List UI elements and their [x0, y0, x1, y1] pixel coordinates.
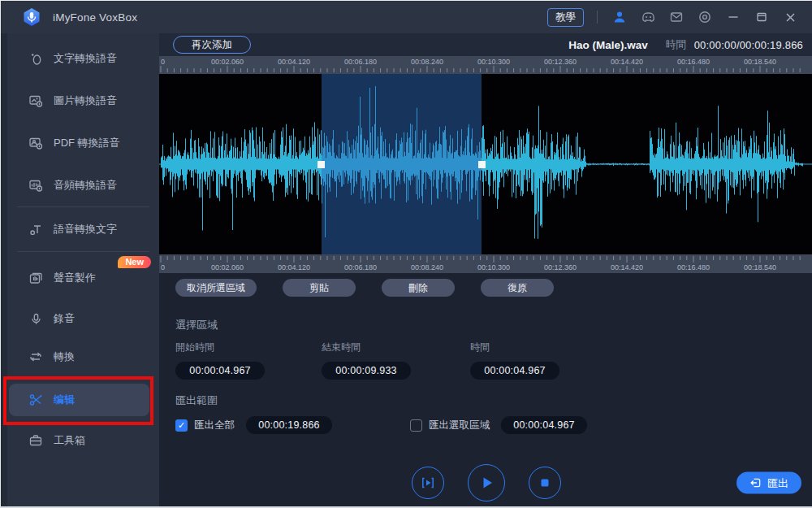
sidebar-divider: [17, 206, 149, 207]
sidebar-item-label: 圖片轉換語音: [54, 93, 117, 108]
stop-button[interactable]: [529, 467, 561, 499]
sidebar-divider: [17, 251, 149, 252]
svg-text:00:08.240: 00:08.240: [411, 58, 443, 66]
sidebar-item-label: 音頻轉換語音: [54, 178, 117, 193]
account-icon[interactable]: [609, 7, 630, 28]
svg-text:00:10.300: 00:10.300: [477, 263, 510, 271]
svg-text:00:06.180: 00:06.180: [344, 263, 377, 271]
minimize-button[interactable]: [723, 7, 744, 28]
sidebar-item-label: 聲音製作: [54, 271, 96, 285]
voxbox-window: iMyFone VoxBox 教學: [0, 0, 812, 508]
export-all-label: 匯出全部: [194, 419, 235, 432]
export-selection-duration: 00:00:04.967: [501, 416, 587, 434]
sidebar-item-record[interactable]: 錄音: [7, 302, 159, 335]
selection-section-title: 選擇區域: [175, 318, 812, 332]
titlebar: iMyFone VoxBox 教學: [1, 1, 812, 33]
undo-button[interactable]: 復原: [481, 279, 554, 297]
sidebar-item-audio-to-speech[interactable]: 音頻轉換語音: [7, 169, 159, 202]
edit-actions: 取消所選區域 剪貼 刪除 復原: [175, 279, 812, 297]
selection-handle-left[interactable]: [317, 161, 325, 168]
discord-icon[interactable]: [637, 7, 659, 28]
check-icon: ✓: [178, 420, 185, 431]
audio-filename: Hao (Male).wav: [568, 39, 648, 51]
svg-text:00:18.540: 00:18.540: [744, 263, 776, 271]
svg-text:00:04.120: 00:04.120: [278, 263, 310, 271]
start-time-label: 開始時間: [175, 341, 322, 354]
editor-main: 再次添加 Hao (Male).wav 時間 00:00:00/00:00:19…: [159, 33, 812, 506]
add-again-button[interactable]: 再次添加: [173, 36, 251, 54]
image-to-speech-icon: [28, 93, 43, 108]
sidebar-item-label: PDF 轉換語音: [54, 136, 120, 150]
export-all-checkbox[interactable]: ✓: [175, 419, 188, 432]
mail-icon[interactable]: [666, 7, 687, 28]
delete-button[interactable]: 刪除: [382, 279, 455, 297]
tutorial-button[interactable]: 教學: [547, 8, 584, 27]
sidebar-item-label: 語音轉換文字: [54, 222, 117, 237]
svg-text:00:18.540: 00:18.540: [744, 58, 776, 66]
sidebar-item-label: 錄音: [54, 311, 75, 326]
svg-text:00:14.420: 00:14.420: [611, 58, 643, 66]
waveform-area[interactable]: [159, 74, 812, 254]
svg-text:00:16.480: 00:16.480: [677, 263, 710, 271]
sidebar-item-pdf-to-speech[interactable]: PDF 轉換語音: [7, 127, 159, 159]
stop-icon: [538, 475, 552, 490]
selection-region[interactable]: [322, 74, 482, 254]
export-selection-label: 匯出選取區域: [429, 419, 490, 432]
svg-text:00:12.360: 00:12.360: [544, 58, 577, 66]
duration-value[interactable]: 00:00:04.967: [470, 362, 559, 380]
svg-text:0: 0: [161, 263, 165, 271]
toolbox-icon: [28, 433, 43, 448]
app-title: iMyFone VoxBox: [53, 11, 137, 24]
sidebar-item-toolbox[interactable]: 工具箱: [7, 424, 159, 457]
playback-bar: 匯出: [159, 458, 812, 507]
export-button-label: 匯出: [767, 475, 788, 490]
new-badge: New: [118, 256, 151, 268]
pdf-to-speech-icon: [28, 136, 43, 150]
sidebar-item-label: 工具箱: [54, 433, 85, 448]
timeline-ruler-bottom[interactable]: 000:02.06000:04.12000:06.18000:08.24000:…: [159, 254, 812, 273]
sidebar-item-label: 文字轉換語音: [54, 51, 117, 66]
speech-to-text-icon: [28, 222, 43, 237]
waveform-canvas[interactable]: [159, 74, 812, 254]
sidebar-item-convert[interactable]: 轉換: [7, 341, 159, 373]
playback-time-value: 00:00:00/00:00:19.866: [694, 39, 803, 51]
sidebar-item-label: 编辑: [54, 393, 75, 407]
settings-icon[interactable]: [694, 7, 715, 28]
sidebar-item-text-to-speech[interactable]: 文字轉換語音: [7, 42, 159, 75]
export-button[interactable]: 匯出: [736, 472, 801, 494]
export-icon: [749, 477, 762, 489]
end-time-label: 結束時間: [322, 341, 470, 354]
time-label: 時間: [666, 38, 686, 52]
svg-text:00:02.060: 00:02.060: [211, 58, 244, 66]
maximize-button[interactable]: [751, 7, 772, 28]
start-time-value[interactable]: 00:00:04.967: [175, 362, 265, 380]
sidebar: 文字轉換語音 圖片轉換語音 PDF 轉換語音: [1, 33, 159, 506]
play-button[interactable]: [468, 464, 505, 501]
record-icon: [28, 311, 43, 326]
end-time-value[interactable]: 00:00:09.933: [322, 362, 411, 380]
audio-to-speech-icon: [28, 178, 43, 193]
voxbox-logo-icon: [22, 7, 41, 27]
cut-button[interactable]: 剪貼: [283, 279, 356, 297]
play-selection-button[interactable]: [412, 467, 444, 499]
svg-text:00:10.300: 00:10.300: [477, 58, 510, 66]
titlebar-divider: [597, 11, 598, 24]
text-to-speech-icon: [28, 51, 43, 66]
cancel-selection-button[interactable]: 取消所選區域: [175, 279, 257, 297]
svg-text:00:12.360: 00:12.360: [544, 263, 577, 271]
selection-handle-right[interactable]: [478, 161, 486, 168]
svg-text:00:08.240: 00:08.240: [411, 263, 443, 271]
close-button[interactable]: [780, 7, 801, 28]
export-range-section: 匯出範圍 ✓ 匯出全部 00:00:19.866 匯出選取區域 00:00:04…: [159, 393, 812, 434]
svg-text:00:16.480: 00:16.480: [677, 58, 710, 66]
convert-icon: [28, 350, 43, 364]
sidebar-item-speech-to-text[interactable]: 語音轉換文字: [7, 213, 159, 245]
export-range-title: 匯出範圍: [175, 393, 812, 408]
sidebar-item-edit[interactable]: 编辑: [9, 384, 149, 416]
sidebar-item-image-to-speech[interactable]: 圖片轉換語音: [7, 85, 159, 117]
svg-text:00:14.420: 00:14.420: [611, 263, 643, 271]
duration-label: 時間: [470, 341, 616, 354]
editor-topbar: 再次添加 Hao (Male).wav 時間 00:00:00/00:00:19…: [159, 33, 812, 56]
export-selection-checkbox[interactable]: [410, 419, 422, 432]
timeline-ruler-top[interactable]: 000:02.06000:04.12000:06.18000:08.24000:…: [159, 56, 812, 74]
